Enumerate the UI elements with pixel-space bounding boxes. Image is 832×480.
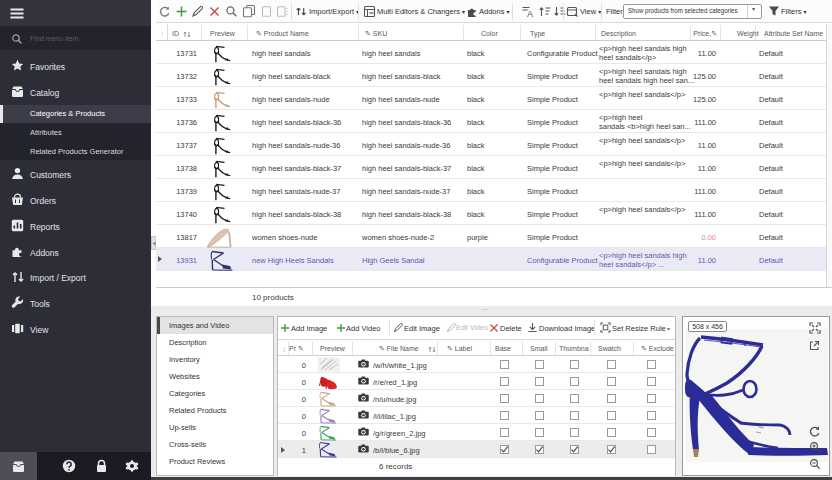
svg-text:A: A <box>527 9 533 19</box>
